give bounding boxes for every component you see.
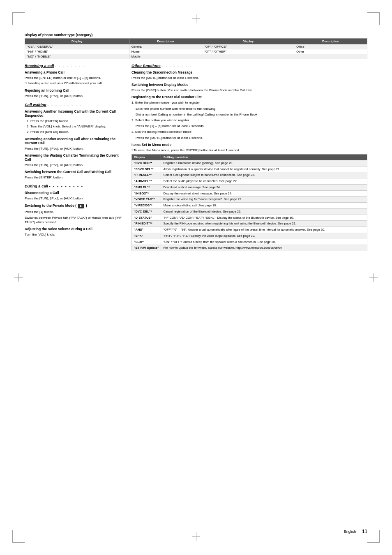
receiving-section-title: Receiving a call: [25, 63, 54, 68]
table-cell-display: "DVC REG"*: [132, 160, 161, 166]
table-row: "AUD-SEL"* Select the audio player to be…: [132, 178, 367, 185]
page: Display of phone number type (category) …: [0, 0, 392, 555]
receiving-title: Receiving a call - - - - - - - -: [25, 63, 123, 68]
table-cell-setting: Register the voice tag for "voice recogn…: [161, 197, 367, 203]
table-row: "PHN-SEL"* Select a cell-phone subject t…: [132, 172, 367, 178]
table-cell-display: "BT F/W Update": [132, 245, 161, 251]
call-waiting-section: Call waiting - - - - - - - - - Answering…: [25, 102, 123, 180]
rejecting-title: Rejecting an Incoming Call: [25, 88, 123, 92]
phone-type-section: Display of phone number type (category) …: [25, 33, 367, 59]
phone-table-header-desc1: Description: [129, 39, 202, 44]
right-column: Other functions - - - - - - - - Clearing…: [131, 63, 367, 251]
list-item: Press the [ENTER] button.: [30, 130, 123, 134]
reg-step2-detail: Press the [1] – [6] button for at least …: [136, 124, 367, 128]
language-label: English: [344, 530, 356, 534]
adjusting-volume: Adjusting the Voice Volume during a Call…: [25, 227, 123, 237]
table-cell: Office: [294, 44, 367, 49]
crosshair-bottom: [192, 532, 200, 541]
receiving-dashes: - - - - - - - -: [55, 63, 85, 68]
registering-preset-dial-title: Registering to the Preset Dial Number Li…: [131, 95, 367, 99]
table-cell-setting: "HF-CON"/ "AD-CON"/ "BAT"/ "SGNL". Displ…: [161, 215, 367, 221]
corner-mark-br: [367, 530, 380, 543]
table-cell: "OF" / "OFFICE": [202, 44, 294, 49]
phone-type-table: Display Description Display Description …: [25, 38, 367, 59]
other-functions-section: Other functions - - - - - - - - Clearing…: [131, 63, 367, 251]
menu-table-header-setting: Setting overview: [161, 154, 367, 160]
disconnecting-call-p1: Press the [TUN], [iPod], or [AUX] button…: [25, 196, 123, 201]
switching-current-waiting-title: Switching between the Current Call and W…: [25, 170, 123, 174]
crosshair-left: [14, 273, 23, 282]
clearing-disconnection: Clearing the Disconnection Message Press…: [131, 70, 367, 80]
switching-private-mode: Switching to the Private Mode ( ▶ ) Pres…: [25, 204, 123, 225]
table-cell: Mobile: [129, 54, 202, 59]
phone-table-header-display2: Display: [202, 39, 294, 44]
table-row: "MO" / "MOBILE" Mobile: [25, 54, 367, 59]
items-menu-mode: Items Set in Menu mode * To enter the Me…: [131, 143, 367, 251]
menu-table: Display Setting overview "DVC REG"* Regi…: [131, 154, 367, 251]
table-cell: Home: [129, 49, 202, 54]
switching-display-modes-title: Switching between Display Modes: [131, 83, 367, 87]
table-cell-display: "PHN-SEL"*: [132, 172, 161, 178]
list-item: Press the [ENTER] button.: [30, 119, 123, 124]
answering-waiting-call: Answering the Waiting Call after Termina…: [25, 153, 123, 167]
reg-step1-sub: Dial a number/ Calling a number in the c…: [136, 112, 367, 117]
table-row: "ANS" "OFF"/ "0" – "99". Answer a call a…: [132, 227, 367, 233]
other-functions-section-title: Other functions: [131, 63, 161, 68]
during-call-dashes: - - - - - - - - -: [49, 184, 83, 188]
table-cell-setting: Select a cell-phone subject to hands-fre…: [161, 172, 367, 178]
table-cell: "HM" / "HOME": [25, 49, 129, 54]
table-cell-display: "IN BOX"*: [132, 190, 161, 197]
table-cell: Other: [294, 49, 367, 54]
corner-mark-tl: [12, 12, 25, 25]
table-cell-setting: Select the audio player to be connected.…: [161, 178, 367, 185]
disconnecting-call-title: Disconnecting a Call: [25, 191, 123, 195]
table-cell: General: [129, 44, 202, 49]
table-row: "DVC-DEL"* Cancel registration of the Bl…: [132, 208, 367, 215]
reg-step3-intro: 3. Exit the dialing method selection mod…: [131, 130, 367, 134]
table-cell-setting: For how to update the firmware, access o…: [161, 245, 367, 251]
answering-another-terminating-p1: Press the [TUN], [iPod], or [AUX] button…: [25, 146, 123, 151]
call-waiting-dashes: - - - - - - - - -: [47, 102, 82, 107]
table-cell: "GE" / "GENERAL": [25, 44, 129, 49]
reg-step2-intro: 2. Select the button you wish to registe…: [131, 118, 367, 123]
answering-phone-call-note: ☞ Inserting a disc such as a CD will dis…: [25, 81, 123, 86]
crosshair-top: [192, 14, 200, 23]
switching-current-waiting-p1: Press the [ENTER] button.: [25, 175, 123, 180]
switching-private-p1: Press the [1] button.: [25, 210, 123, 214]
table-row: "DVC REG"* Register a Bluetooth device (…: [132, 160, 367, 166]
adjusting-volume-p1: Turn the [VOL] knob.: [25, 232, 123, 237]
answering-waiting-call-title: Answering the Waiting Call after Termina…: [25, 153, 123, 162]
table-cell-display: "PIN EDIT"**: [132, 221, 161, 227]
switching-private-mode-title: Switching to the Private Mode ( ▶ ): [25, 204, 123, 208]
table-cell-setting: Display the received short message. See …: [161, 190, 367, 197]
during-call-section-title: During a call: [25, 184, 48, 188]
phone-table-header-desc2: Description: [294, 39, 367, 44]
table-cell-setting: Cancel registration of the Bluetooth dev…: [161, 208, 367, 215]
clearing-disconnection-p1: Press the [MUTE] button for at least 1 s…: [131, 76, 367, 80]
table-cell-setting: "FRT"/ "F-R"/ "F-L": Specify the voice o…: [161, 233, 367, 239]
answering-another-terminating-title: Answering another Incoming Call after Te…: [25, 137, 123, 145]
corner-mark-bl: [12, 530, 25, 543]
table-cell-display: "VOICE TAG"*: [132, 197, 161, 203]
answering-another-terminating: Answering another Incoming Call after Te…: [25, 137, 123, 151]
reg-step1-detail: Enter the phone number with reference to…: [136, 106, 367, 111]
table-cell: [202, 54, 294, 59]
table-cell-setting: Allow registration of a special device t…: [161, 166, 367, 172]
table-cell-display: "SMS DL"*: [132, 184, 161, 190]
table-row: "HM" / "HOME" Home "OT" / "OTHER" Other: [25, 49, 367, 54]
menu-table-header-display: Display: [132, 154, 161, 160]
table-cell-display: "DVC-DEL"*: [132, 208, 161, 215]
table-row: "C-BP" "ON" / "OFF": Output a beep from …: [132, 239, 367, 245]
table-cell-display: "AUD-SEL"*: [132, 178, 161, 185]
table-cell-setting: "ON" / "OFF": Output a beep from the spe…: [161, 239, 367, 245]
clearing-disconnection-title: Clearing the Disconnection Message: [131, 70, 367, 74]
menu-mode-note: * To enter the Menu mode, press the [ENT…: [131, 148, 367, 153]
table-row: "VOICE TAG"* Register the voice tag for …: [132, 197, 367, 203]
receiving-a-call-section: Receiving a call - - - - - - - - Answeri…: [25, 63, 123, 98]
switching-display-p1: Press the [DISP] button. You can switch …: [131, 88, 367, 92]
table-cell-setting: Specify the PIN code required when regis…: [161, 221, 367, 227]
crosshair-right: [369, 273, 378, 282]
other-functions-dashes: - - - - - - - -: [161, 63, 192, 68]
registering-preset-dial: Registering to the Preset Dial Number Li…: [131, 95, 367, 140]
corner-mark-tr: [367, 12, 380, 25]
